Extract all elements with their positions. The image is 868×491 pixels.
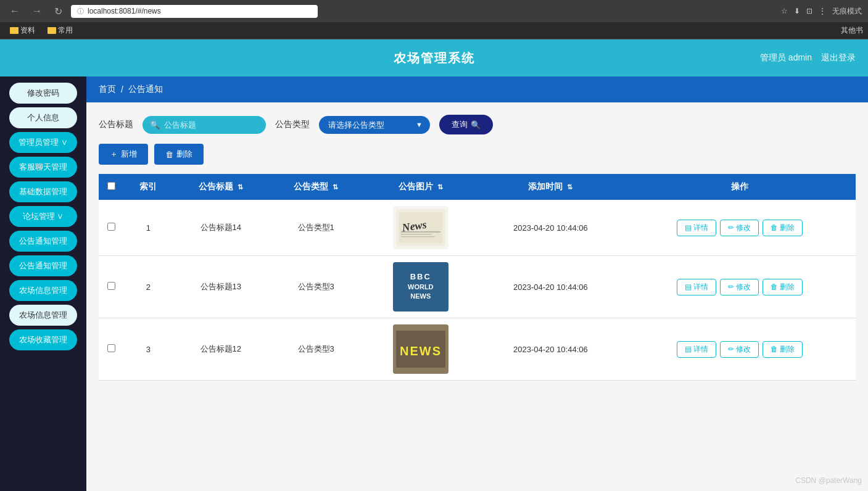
header-index: 索引: [123, 174, 173, 200]
sidebar-item-forum[interactable]: 论坛管理 ∨: [9, 206, 77, 227]
sidebar-item-announcement1[interactable]: 公告通知管理: [9, 231, 77, 252]
row3-select[interactable]: [107, 344, 115, 352]
sidebar-item-announcement2[interactable]: 公告通知管理: [9, 255, 77, 276]
row3-edit-btn[interactable]: ✏ 修改: [720, 341, 759, 358]
row3-image: NEWS: [363, 318, 477, 381]
sidebar-item-personal-info[interactable]: 个人信息: [9, 107, 77, 128]
sidebar-item-farm-collection[interactable]: 农场收藏管理: [9, 329, 77, 350]
back-btn[interactable]: ←: [6, 4, 23, 18]
row2-delete-btn[interactable]: 🗑 删除: [763, 279, 803, 295]
detail-icon: ▤: [685, 223, 692, 232]
table-row: 2 公告标题13 公告类型3 BBC WORLDN: [99, 256, 856, 318]
sidebar: 修改密码 个人信息 管理员管理 ∨ 客服聊天管理 基础数据管理 论坛管理 ∨ 公…: [0, 76, 86, 491]
row1-title: 公告标题14: [173, 200, 268, 256]
row1-edit-btn[interactable]: ✏ 修改: [720, 220, 759, 236]
detail-icon-2: ▤: [685, 283, 692, 291]
delete-label: 删除: [176, 149, 192, 160]
sidebar-item-chat[interactable]: 客服聊天管理: [9, 157, 77, 178]
bookmarks-right: 其他书: [841, 25, 863, 36]
sort-icon-title[interactable]: ⇅: [238, 183, 243, 191]
row2-image: BBC WORLDNEWS: [363, 256, 477, 318]
row1-trash-icon: 🗑: [771, 223, 778, 232]
data-table: 索引 公告标题 ⇅ 公告类型 ⇅ 公告图片: [99, 174, 856, 381]
row2-type: 公告类型3: [268, 256, 363, 318]
header-type: 公告类型 ⇅: [268, 174, 363, 200]
reload-btn[interactable]: ↻: [51, 4, 66, 19]
row2-select[interactable]: [107, 282, 115, 290]
sidebar-item-change-password[interactable]: 修改密码: [9, 83, 77, 104]
row2-action-group: ▤ 详情 ✏ 修改 🗑 删除: [630, 279, 849, 295]
bookmark-1[interactable]: 资料: [5, 24, 40, 37]
row1-type: 公告类型1: [268, 200, 363, 256]
row3-index: 3: [123, 318, 173, 381]
select-all-checkbox[interactable]: [107, 182, 115, 190]
row2-title: 公告标题13: [173, 256, 268, 318]
type-dropdown[interactable]: 请选择公告类型: [319, 116, 430, 134]
bookmark-label-1: 资料: [20, 25, 35, 36]
search-btn-label: 查询: [452, 119, 468, 130]
svg-rect-5: [401, 236, 435, 237]
search-btn-icon: 🔍: [471, 120, 481, 130]
bookmark-2[interactable]: 常用: [43, 24, 78, 37]
sidebar-item-farm-info2[interactable]: 农场信息管理: [9, 305, 77, 326]
row1-index: 1: [123, 200, 173, 256]
header-title: 公告标题 ⇅: [173, 174, 268, 200]
row2-actions: ▤ 详情 ✏ 修改 🗑 删除: [624, 256, 856, 318]
row2-detail-btn[interactable]: ▤ 详情: [677, 279, 716, 295]
logout-btn[interactable]: 退出登录: [821, 52, 856, 64]
row1-select[interactable]: [107, 223, 115, 231]
batch-delete-button[interactable]: 🗑 删除: [154, 144, 204, 165]
app-header: 农场管理系统 管理员 admin 退出登录: [0, 39, 868, 76]
table-row: 1 公告标题14 公告类型1: [99, 200, 856, 256]
edit-icon: ✏: [728, 223, 734, 232]
folder-icon-1: [10, 27, 19, 34]
row3-trash-icon: 🗑: [771, 345, 778, 353]
bbc-logo: BBC: [410, 272, 431, 283]
add-button[interactable]: ＋ 新增: [99, 144, 148, 165]
dropdown-wrap: 请选择公告类型 ▼: [319, 116, 430, 134]
svg-rect-3: [401, 231, 440, 233]
row1-delete-btn[interactable]: 🗑 删除: [763, 220, 803, 236]
url-bar[interactable]: ⓘ localhost:8081/#/news: [71, 5, 318, 18]
window-icon[interactable]: ⊡: [806, 7, 812, 15]
row1-checkbox: [99, 200, 123, 256]
action-area: ＋ 新增 🗑 删除: [86, 144, 868, 174]
sidebar-item-basic-data[interactable]: 基础数据管理: [9, 181, 77, 202]
bbc-world: WORLDNEWS: [408, 283, 434, 302]
menu-icon[interactable]: ⋮: [819, 7, 826, 15]
search-label-title: 公告标题: [99, 119, 133, 130]
row2-time: 2023-04-20 10:44:06: [477, 256, 623, 318]
breadcrumb: 首页 / 公告通知: [86, 76, 868, 102]
star-icon[interactable]: ☆: [781, 7, 788, 15]
incognito-label: 无痕模式: [832, 6, 862, 17]
app-title: 农场管理系统: [394, 50, 475, 67]
row2-trash-icon: 🗑: [771, 283, 778, 291]
sidebar-item-farm-info1[interactable]: 农场信息管理: [9, 280, 77, 301]
add-label: 新增: [121, 149, 137, 160]
add-icon: ＋: [110, 149, 118, 160]
breadcrumb-current: 公告通知: [128, 84, 163, 95]
trash-icon: 🗑: [165, 150, 173, 159]
edit-icon-2: ✏: [728, 283, 734, 291]
search-input-title[interactable]: [143, 116, 266, 134]
row1-action-group: ▤ 详情 ✏ 修改 🗑 删除: [630, 220, 849, 236]
forward-btn[interactable]: →: [28, 4, 46, 18]
sort-icon-time[interactable]: ⇅: [567, 183, 572, 191]
search-button[interactable]: 查询 🔍: [439, 115, 493, 134]
sidebar-item-admin[interactable]: 管理员管理 ∨: [9, 132, 77, 153]
row1-detail-btn[interactable]: ▤ 详情: [677, 220, 716, 236]
sort-icon-image[interactable]: ⇅: [437, 183, 443, 191]
row3-detail-btn[interactable]: ▤ 详情: [677, 341, 716, 358]
breadcrumb-home[interactable]: 首页: [99, 84, 116, 95]
download-icon[interactable]: ⬇: [794, 7, 800, 15]
folder-icon-2: [48, 27, 56, 34]
row2-edit-btn[interactable]: ✏ 修改: [720, 279, 759, 295]
header-actions: 操作: [624, 174, 856, 200]
url-text: localhost:8081/#/news: [88, 7, 161, 15]
table-header-row: 索引 公告标题 ⇅ 公告类型 ⇅ 公告图片: [99, 174, 856, 200]
lock-icon: ⓘ: [77, 7, 84, 16]
search-input-wrap: 🔍: [143, 116, 266, 134]
sort-icon-type[interactable]: ⇅: [333, 183, 338, 191]
row3-delete-btn[interactable]: 🗑 删除: [763, 341, 803, 358]
bookmark-label-2: 常用: [58, 25, 73, 36]
